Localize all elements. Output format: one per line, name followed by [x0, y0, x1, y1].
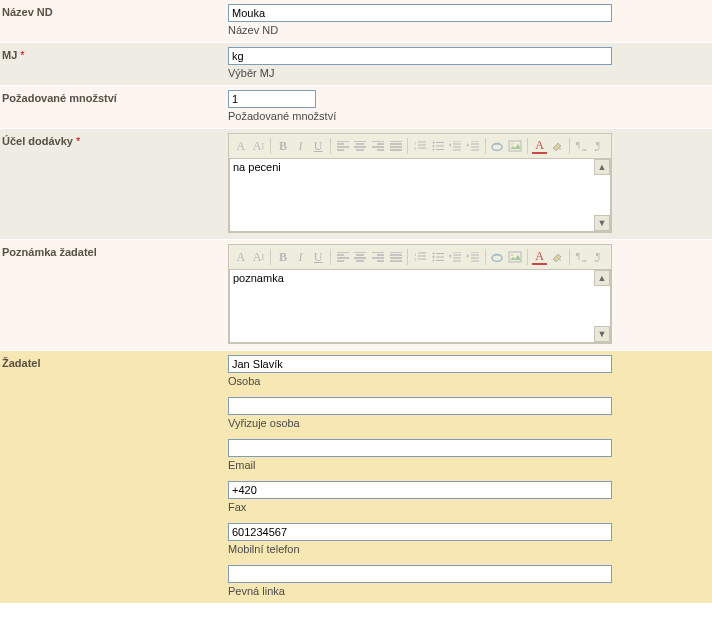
toolbar-sep-icon [407, 138, 408, 154]
fieldcol-poznamka: A AI B I U 12 A [228, 244, 712, 346]
svg-point-15 [492, 255, 502, 262]
svg-point-7 [511, 143, 513, 145]
toolbar-sep-icon [569, 138, 570, 154]
helper-mnozstvi: Požadované množství [228, 110, 708, 122]
input-email[interactable] [228, 439, 612, 457]
align-center-icon[interactable] [353, 248, 369, 266]
svg-rect-16 [509, 252, 521, 262]
ltr-icon[interactable]: ¶ [574, 248, 590, 266]
indent-icon[interactable] [465, 137, 481, 155]
svg-point-2 [432, 142, 434, 144]
font-size-icon[interactable]: AI [251, 137, 267, 155]
bold-icon[interactable]: B [275, 248, 291, 266]
row-poznamka: Poznámka žadatel A AI B I U 12 [0, 240, 712, 351]
svg-rect-6 [509, 141, 521, 151]
toolbar-sep-icon [485, 138, 486, 154]
input-mj[interactable] [228, 47, 612, 65]
rtl-icon[interactable]: ¶ [592, 137, 608, 155]
scroll-up-icon[interactable]: ▲ [594, 270, 610, 286]
label-nazev-nd: Název ND [0, 4, 228, 38]
scroll-up-icon[interactable]: ▲ [594, 159, 610, 175]
bg-color-icon[interactable] [549, 248, 565, 266]
link-icon[interactable] [490, 248, 506, 266]
font-family-icon[interactable]: A [233, 248, 249, 266]
unordered-list-icon[interactable] [430, 248, 446, 266]
svg-point-4 [432, 149, 434, 151]
helper-mj: Výběr MJ [228, 67, 708, 79]
input-mnozstvi[interactable] [228, 90, 316, 108]
rte-ucel-area-wrap: ▲ ▼ [229, 158, 611, 232]
bold-icon[interactable]: B [275, 137, 291, 155]
svg-text:2: 2 [414, 146, 417, 151]
rte-ucel-toolbar: A AI B I U 12 A [229, 134, 611, 158]
svg-point-14 [432, 260, 434, 262]
rte-poznamka-area-wrap: ▲ ▼ [229, 269, 611, 343]
image-icon[interactable] [507, 248, 523, 266]
ordered-list-icon[interactable]: 12 [412, 248, 428, 266]
scroll-down-icon[interactable]: ▼ [594, 215, 610, 231]
fieldcol-ucel: A AI B I U 12 A [228, 133, 712, 235]
label-mj: MJ * [0, 47, 228, 81]
italic-icon[interactable]: I [293, 137, 309, 155]
italic-icon[interactable]: I [293, 248, 309, 266]
input-vyrizuje[interactable] [228, 397, 612, 415]
input-fax[interactable] [228, 481, 612, 499]
bg-color-icon[interactable] [549, 137, 565, 155]
image-icon[interactable] [507, 137, 523, 155]
rte-ucel-textarea[interactable] [230, 159, 610, 231]
row-mnozstvi: Požadované množství Požadované množství [0, 86, 712, 129]
svg-text:2: 2 [414, 257, 417, 262]
row-zadatel: Žadatel Osoba Vyřizuje osoba Email Fax M… [0, 351, 712, 604]
svg-text:¶: ¶ [576, 140, 580, 150]
svg-point-12 [432, 253, 434, 255]
helper-fax: Fax [228, 501, 708, 513]
input-pevna[interactable] [228, 565, 612, 583]
helper-nazev-nd: Název ND [228, 24, 708, 36]
font-size-icon[interactable]: AI [251, 248, 267, 266]
indent-icon[interactable] [465, 248, 481, 266]
helper-mobil: Mobilní telefon [228, 543, 708, 555]
align-justify-icon[interactable] [388, 248, 404, 266]
outdent-icon[interactable] [448, 137, 464, 155]
label-zadatel: Žadatel [0, 355, 228, 599]
underline-icon[interactable]: U [310, 137, 326, 155]
font-family-icon[interactable]: A [233, 137, 249, 155]
row-ucel: Účel dodávky * A AI B I U 12 [0, 129, 712, 240]
scroll-down-icon[interactable]: ▼ [594, 326, 610, 342]
rte-ucel: A AI B I U 12 A [228, 133, 612, 233]
underline-icon[interactable]: U [310, 248, 326, 266]
input-nazev-nd[interactable] [228, 4, 612, 22]
input-osoba[interactable] [228, 355, 612, 373]
align-right-icon[interactable] [370, 137, 386, 155]
helper-pevna: Pevná linka [228, 585, 708, 597]
ltr-icon[interactable]: ¶ [574, 137, 590, 155]
helper-vyrizuje: Vyřizuje osoba [228, 417, 708, 429]
align-left-icon[interactable] [335, 137, 351, 155]
input-mobil[interactable] [228, 523, 612, 541]
svg-point-3 [432, 145, 434, 147]
align-center-icon[interactable] [353, 137, 369, 155]
svg-text:¶: ¶ [596, 251, 600, 261]
toolbar-sep-icon [569, 249, 570, 265]
toolbar-sep-icon [527, 138, 528, 154]
rte-poznamka-textarea[interactable] [230, 270, 610, 342]
text-color-icon[interactable]: A [532, 249, 548, 265]
unordered-list-icon[interactable] [430, 137, 446, 155]
align-justify-icon[interactable] [388, 137, 404, 155]
link-icon[interactable] [490, 137, 506, 155]
ordered-list-icon[interactable]: 12 [412, 137, 428, 155]
helper-email: Email [228, 459, 708, 471]
label-ucel-text: Účel dodávky [2, 135, 73, 147]
outdent-icon[interactable] [448, 248, 464, 266]
rtl-icon[interactable]: ¶ [592, 248, 608, 266]
text-color-icon[interactable]: A [532, 138, 548, 154]
align-right-icon[interactable] [370, 248, 386, 266]
toolbar-sep-icon [485, 249, 486, 265]
row-nazev-nd: Název ND Název ND [0, 0, 712, 43]
align-left-icon[interactable] [335, 248, 351, 266]
toolbar-sep-icon [407, 249, 408, 265]
svg-point-17 [511, 254, 513, 256]
required-mj: * [20, 49, 24, 61]
rte-poznamka-toolbar: A AI B I U 12 A [229, 245, 611, 269]
toolbar-sep-icon [330, 249, 331, 265]
